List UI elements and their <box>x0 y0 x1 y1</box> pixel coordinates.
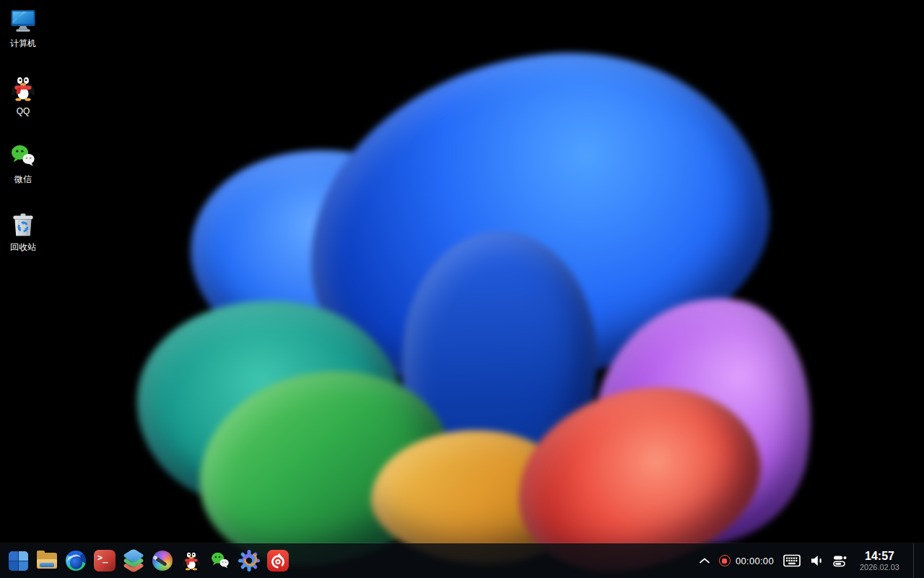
tray-expand-button[interactable] <box>699 558 710 564</box>
desktop-icon-label: 回收站 <box>10 242 36 253</box>
taskbar-app-store[interactable] <box>121 545 146 576</box>
chevron-up-icon <box>699 558 710 564</box>
tray-clock[interactable]: 14:57 2026.02.03 <box>860 550 899 572</box>
taskbar-app-file-manager[interactable] <box>35 545 59 576</box>
recorder-timer: 00:00:00 <box>736 556 774 566</box>
stacked-layers-icon <box>123 549 144 572</box>
tray-power-button[interactable] <box>833 555 847 567</box>
taskbar-app-control-center[interactable] <box>237 545 261 576</box>
terminal-icon: >_ <box>94 550 116 571</box>
tray-input-method-button[interactable] <box>783 554 801 567</box>
taskbar-app-list: >_ <box>6 545 290 576</box>
desktop-icon-computer[interactable]: 计算机 <box>0 6 46 49</box>
computer-monitor-icon <box>9 6 38 35</box>
screen-recorder-indicator[interactable]: 00:00:00 <box>719 555 774 566</box>
wallpaper-petal-blue-drop <box>393 226 603 545</box>
desktop-icon-label: 微信 <box>14 174 32 185</box>
desktop-icon-qq[interactable]: QQ <box>0 74 46 117</box>
taskbar-app-terminal[interactable]: >_ <box>92 545 117 576</box>
wallpaper-petal-purple <box>575 280 832 563</box>
launcher-grid-icon <box>9 551 28 571</box>
wallpaper-petal-teal <box>123 280 419 529</box>
desktop-icon-column: 计算机 QQ <box>0 6 46 277</box>
keyboard-icon <box>783 554 801 567</box>
record-indicator-icon <box>719 555 731 566</box>
qq-penguin-icon <box>180 550 202 571</box>
qq-penguin-icon <box>9 74 38 103</box>
taskbar-app-netease-music[interactable] <box>266 545 290 576</box>
wallpaper-bloom <box>0 0 924 578</box>
clock-date: 2026.02.03 <box>860 563 899 572</box>
desktop-icon-wechat[interactable]: 微信 <box>0 142 46 185</box>
folder-icon <box>37 553 57 569</box>
wechat-bubbles-icon <box>9 142 38 171</box>
wallpaper-petal-blue-rose <box>167 114 490 398</box>
power-switch-icon <box>833 555 847 567</box>
clock-time: 14:57 <box>865 550 894 563</box>
gear-icon <box>237 548 261 573</box>
music-disc-icon <box>266 548 290 573</box>
show-desktop-button[interactable] <box>913 543 918 578</box>
taskbar-app-drawing[interactable] <box>150 545 175 576</box>
taskbar-app-qq[interactable] <box>179 545 204 576</box>
wallpaper-petal-blue-main <box>289 30 787 410</box>
taskbar: >_ <box>0 543 924 578</box>
recycle-bin-icon <box>9 210 38 238</box>
wechat-bubbles-icon <box>209 550 231 571</box>
taskbar-app-wechat[interactable] <box>208 545 232 576</box>
speaker-icon <box>810 555 824 566</box>
browser-swirl-icon <box>66 551 86 571</box>
taskbar-app-browser[interactable] <box>64 545 88 576</box>
tray-volume-button[interactable] <box>810 555 824 566</box>
system-tray: 00:00:00 <box>699 543 918 578</box>
desktop-icon-label: QQ <box>17 106 30 117</box>
taskbar-app-launcher[interactable] <box>6 545 30 576</box>
desktop-root[interactable]: 计算机 QQ <box>0 0 924 578</box>
paint-brush-handle <box>153 555 167 566</box>
desktop-icon-recycle-bin[interactable]: 回收站 <box>0 210 46 253</box>
desktop-icon-label: 计算机 <box>10 38 36 49</box>
paint-brush-disc-icon <box>152 551 173 571</box>
bloom-flower <box>123 51 816 564</box>
terminal-prompt-glyph: >_ <box>97 553 108 562</box>
